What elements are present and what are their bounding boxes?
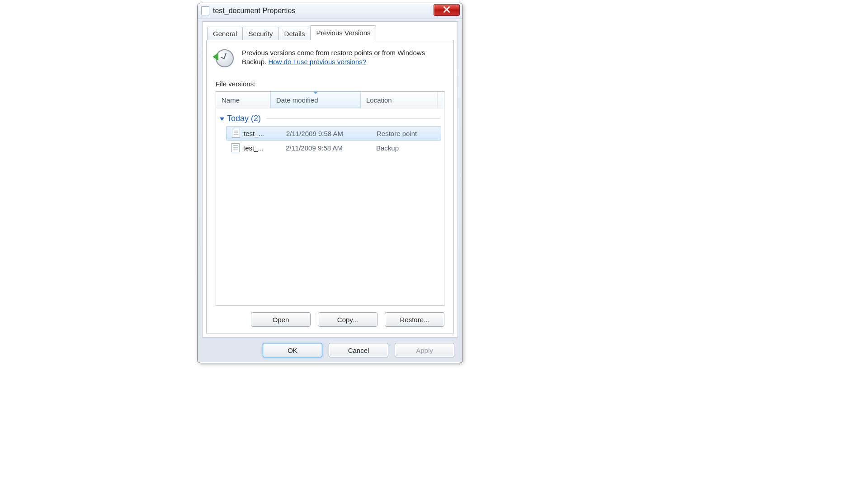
dialog-body: General Security Details Previous Versio… xyxy=(202,21,458,338)
cell-location: Restore point xyxy=(371,130,439,137)
column-headers: Name Date modified Location xyxy=(216,92,444,108)
column-date-modified[interactable]: Date modified xyxy=(270,92,361,108)
intro-text: Previous versions come from restore poin… xyxy=(242,48,444,67)
caret-down-icon xyxy=(220,117,224,121)
table-row[interactable]: test_... 2/11/2009 9:58 AM Backup xyxy=(226,141,441,155)
open-button[interactable]: Open xyxy=(251,312,311,327)
file-versions-list[interactable]: Name Date modified Location Today (2) xyxy=(216,91,444,306)
tab-label: Security xyxy=(248,30,273,38)
apply-button[interactable]: Apply xyxy=(395,343,454,357)
document-icon xyxy=(232,129,240,138)
tab-strip: General Security Details Previous Versio… xyxy=(206,25,454,40)
list-area: Today (2) test_... 2/11/2009 9:58 AM Res… xyxy=(216,108,444,305)
group-label: Today (2) xyxy=(227,114,261,123)
tab-content-previous-versions: Previous versions come from restore poin… xyxy=(206,40,454,333)
close-button[interactable] xyxy=(434,4,460,16)
tab-details[interactable]: Details xyxy=(278,27,311,40)
column-location[interactable]: Location xyxy=(361,92,438,108)
table-row[interactable]: test_... 2/11/2009 9:58 AM Restore point xyxy=(226,126,441,141)
tab-label: Details xyxy=(284,30,305,38)
titlebar: test_document Properties xyxy=(198,3,462,19)
tab-security[interactable]: Security xyxy=(242,27,278,40)
cell-name: test_... xyxy=(226,143,280,152)
file-versions-label: File versions: xyxy=(216,80,444,88)
cell-name: test_... xyxy=(226,129,281,138)
cell-date: 2/11/2009 9:58 AM xyxy=(281,130,371,137)
cell-location: Backup xyxy=(371,144,439,152)
restore-clock-icon xyxy=(216,49,234,67)
file-name: test_... xyxy=(244,130,264,137)
help-link[interactable]: How do I use previous versions? xyxy=(268,58,366,66)
file-name: test_... xyxy=(243,144,264,152)
tab-label: Previous Versions xyxy=(316,29,370,37)
tab-label: General xyxy=(213,30,237,38)
close-icon xyxy=(443,6,450,14)
document-icon xyxy=(201,6,209,15)
column-gripper[interactable] xyxy=(438,92,448,108)
cancel-button[interactable]: Cancel xyxy=(329,343,388,357)
copy-button[interactable]: Copy... xyxy=(318,312,377,327)
document-icon xyxy=(231,143,240,152)
group-rule xyxy=(266,118,440,119)
list-actions: Open Copy... Restore... xyxy=(216,306,444,327)
ok-button[interactable]: OK xyxy=(263,343,322,357)
restore-button[interactable]: Restore... xyxy=(385,312,444,327)
group-header-today[interactable]: Today (2) xyxy=(219,113,441,126)
window-title: test_document Properties xyxy=(213,7,295,15)
column-name[interactable]: Name xyxy=(216,92,270,108)
properties-dialog: test_document Properties General Securit… xyxy=(197,3,463,363)
dialog-buttons: OK Cancel Apply xyxy=(263,343,454,357)
intro-row: Previous versions come from restore poin… xyxy=(216,48,444,67)
tab-previous-versions[interactable]: Previous Versions xyxy=(310,25,376,40)
cell-date: 2/11/2009 9:58 AM xyxy=(280,144,371,152)
tab-general[interactable]: General xyxy=(207,27,243,40)
